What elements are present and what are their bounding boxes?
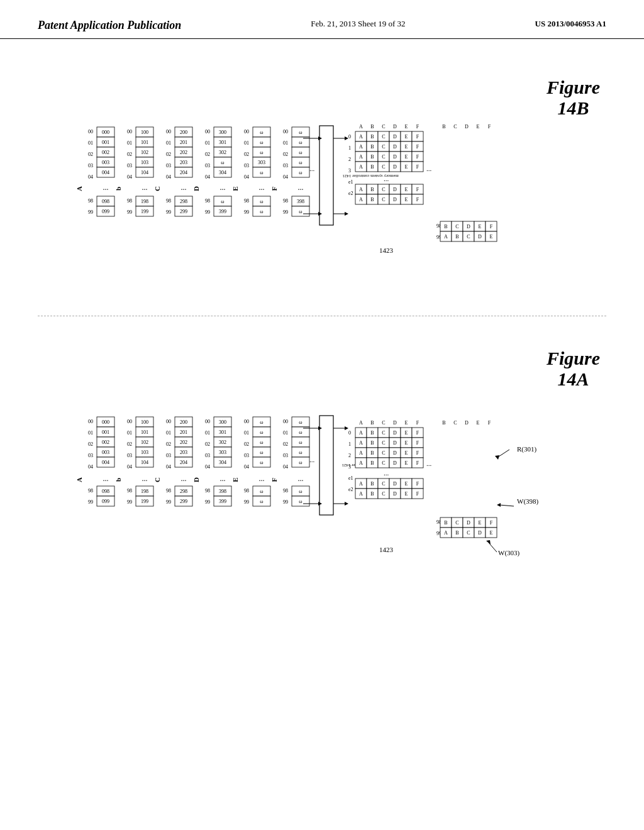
svg-text:02: 02 bbox=[88, 441, 93, 447]
svg-text:ω: ω bbox=[299, 140, 302, 145]
svg-text:D: D bbox=[393, 154, 397, 160]
figure-14a-label: Figure 14A bbox=[547, 348, 600, 389]
svg-text:01: 01 bbox=[205, 430, 210, 436]
svg-text:C: C bbox=[453, 124, 457, 130]
svg-text:04: 04 bbox=[127, 464, 132, 470]
svg-text:100: 100 bbox=[141, 419, 148, 425]
svg-text:02: 02 bbox=[88, 152, 93, 157]
svg-text:ω: ω bbox=[299, 130, 302, 135]
svg-text:D: D bbox=[393, 440, 397, 446]
bank-D-14b: D 00 01 02 03 04 98 99 300 301 302 ω 304… bbox=[192, 127, 231, 216]
svg-text:02: 02 bbox=[283, 152, 288, 157]
svg-text:ω: ω bbox=[260, 499, 263, 504]
svg-text:03: 03 bbox=[166, 453, 171, 458]
svg-text:B: B bbox=[370, 124, 374, 130]
svg-text:C: C bbox=[153, 477, 161, 482]
svg-text:04: 04 bbox=[205, 174, 210, 180]
bank-E-14b: E 00 01 02 03 04 98 99 ω ω ω 303 ω ... bbox=[231, 127, 270, 216]
svg-text:002: 002 bbox=[102, 440, 109, 445]
patent-number: US 2013/0046953 A1 bbox=[535, 19, 606, 29]
svg-text:C: C bbox=[382, 164, 385, 170]
svg-text:302: 302 bbox=[219, 150, 226, 155]
svg-text:01: 01 bbox=[127, 430, 132, 436]
svg-text:B: B bbox=[370, 164, 374, 170]
svg-text:...: ... bbox=[309, 456, 315, 463]
svg-text:99: 99 bbox=[88, 209, 93, 215]
svg-text:E: E bbox=[405, 164, 408, 170]
bank-C-14b: C 00 01 02 03 04 98 99 200 201 202 203 2… bbox=[153, 127, 192, 216]
svg-text:00: 00 bbox=[244, 129, 249, 135]
svg-text:204: 204 bbox=[180, 170, 187, 175]
svg-text:099: 099 bbox=[102, 209, 109, 214]
svg-text:...: ... bbox=[103, 474, 109, 483]
svg-text:C: C bbox=[467, 234, 470, 240]
svg-text:01: 01 bbox=[166, 430, 171, 436]
svg-text:C: C bbox=[382, 187, 385, 192]
svg-text:399: 399 bbox=[219, 499, 226, 504]
svg-text:00: 00 bbox=[205, 419, 210, 424]
svg-text:03: 03 bbox=[244, 163, 249, 169]
svg-text:D: D bbox=[478, 234, 482, 240]
svg-text:004: 004 bbox=[102, 460, 109, 465]
sheet-info: Feb. 21, 2013 Sheet 19 of 32 bbox=[311, 19, 405, 29]
annotation-r301: R(301) bbox=[517, 445, 537, 453]
svg-text:D: D bbox=[393, 164, 397, 170]
matrix-14a: 0 1 2 3 e1 e2 A B C D E F A B C D bbox=[348, 420, 497, 553]
svg-text:E: E bbox=[405, 460, 408, 466]
svg-text:1: 1 bbox=[348, 441, 351, 447]
matrix-14b: 0 1 2 3 e1 e2 A B C D E F A B C bbox=[348, 124, 497, 254]
svg-text:103: 103 bbox=[141, 450, 148, 455]
svg-text:01: 01 bbox=[244, 140, 249, 146]
svg-text:98: 98 bbox=[88, 488, 93, 494]
svg-text:B: B bbox=[370, 430, 374, 436]
main-content: Figure 14B A 00 01 02 03 04 98 99 000 0 bbox=[0, 39, 644, 637]
svg-text:99: 99 bbox=[88, 499, 93, 505]
svg-text:C: C bbox=[382, 481, 385, 487]
svg-text:201: 201 bbox=[180, 140, 187, 145]
svg-text:199: 199 bbox=[141, 499, 148, 504]
svg-text:ω: ω bbox=[260, 140, 263, 145]
svg-text:200: 200 bbox=[180, 130, 187, 135]
svg-text:E: E bbox=[405, 491, 408, 497]
svg-text:04: 04 bbox=[166, 464, 171, 470]
svg-text:100: 100 bbox=[141, 130, 148, 135]
svg-text:202: 202 bbox=[180, 150, 187, 155]
svg-text:3: 3 bbox=[348, 464, 351, 470]
svg-text:C: C bbox=[382, 430, 385, 436]
svg-text:ω: ω bbox=[260, 130, 263, 135]
svg-text:03: 03 bbox=[127, 163, 132, 169]
svg-text:D: D bbox=[465, 124, 469, 130]
svg-text:101: 101 bbox=[141, 140, 148, 145]
svg-text:ω: ω bbox=[299, 489, 302, 494]
svg-text:2: 2 bbox=[348, 453, 351, 458]
svg-text:C: C bbox=[382, 154, 385, 160]
figure-14a: Figure 14A A 00 01 02 03 04 98 99 000 00… bbox=[38, 341, 606, 624]
svg-text:E: E bbox=[490, 234, 493, 240]
svg-text:298: 298 bbox=[180, 489, 187, 494]
bank-F-14b: F 00 01 02 03 04 98 99 ω ω ω ω ω ... bbox=[270, 127, 309, 216]
bank-D-14a: D 00 01 02 03 04 98 99 300 301 302 303 3… bbox=[192, 417, 231, 506]
fig14a-title-line1: Figure bbox=[547, 348, 600, 368]
svg-text:ω: ω bbox=[221, 199, 224, 204]
svg-text:e1: e1 bbox=[348, 475, 353, 481]
svg-text:199: 199 bbox=[141, 209, 148, 214]
svg-text:...: ... bbox=[298, 183, 304, 192]
svg-text:ω: ω bbox=[260, 440, 263, 445]
svg-text:C: C bbox=[382, 460, 385, 466]
svg-text:B: B bbox=[442, 420, 445, 426]
figure-14a-svg: A 00 01 02 03 04 98 99 000 001 002 003 0… bbox=[77, 341, 567, 606]
svg-text:398: 398 bbox=[219, 489, 226, 494]
svg-text:A: A bbox=[359, 154, 363, 160]
svg-text:E: E bbox=[231, 477, 239, 482]
svg-marker-531 bbox=[486, 540, 491, 545]
svg-text:00: 00 bbox=[205, 129, 210, 135]
svg-text:102: 102 bbox=[141, 150, 148, 155]
svg-text:A: A bbox=[359, 420, 363, 426]
svg-text:B: B bbox=[442, 124, 445, 130]
svg-text:C: C bbox=[153, 186, 161, 191]
svg-text:1423: 1423 bbox=[379, 546, 394, 553]
svg-text:F: F bbox=[416, 420, 419, 426]
svg-text:A: A bbox=[444, 234, 448, 240]
svg-text:001: 001 bbox=[102, 140, 109, 145]
svg-text:memory system controller 1421: memory system controller 1421 bbox=[342, 174, 399, 179]
